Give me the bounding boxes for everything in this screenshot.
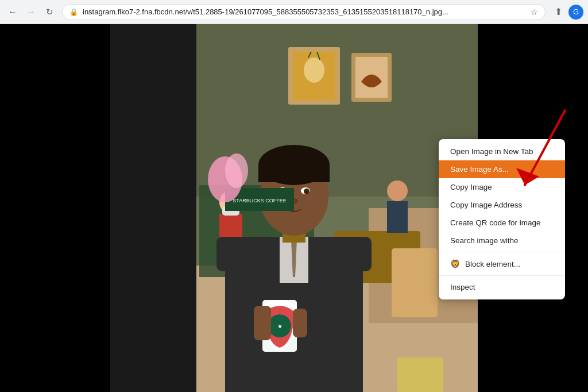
save-image-as-label: Save Image As... xyxy=(450,165,509,174)
context-menu-inspect[interactable]: Inspect xyxy=(439,278,565,296)
svg-rect-41 xyxy=(293,309,307,337)
address-bar[interactable]: 🔒 instagram.flko7-2.fna.fbcdn.net/v/t51.… xyxy=(62,4,546,20)
search-image-label: Search image withe xyxy=(450,236,519,245)
svg-rect-29 xyxy=(258,165,330,182)
star-icon[interactable]: ☆ xyxy=(531,7,538,17)
svg-point-6 xyxy=(304,57,324,83)
lock-icon: 🔒 xyxy=(69,8,78,16)
copy-image-address-label: Copy Image Address xyxy=(450,201,522,209)
svg-rect-42 xyxy=(397,358,443,392)
browser-chrome: ← → ↻ 🔒 instagram.flko7-2.fna.fbcdn.net/… xyxy=(0,0,588,24)
svg-rect-2 xyxy=(110,24,196,392)
context-menu-open-new-tab[interactable]: Open Image in New Tab xyxy=(439,143,565,160)
reload-button[interactable]: ↻ xyxy=(41,4,57,20)
forward-icon: → xyxy=(26,7,36,17)
profile-initial: G xyxy=(573,7,579,16)
create-qr-label: Create QR code for image xyxy=(450,218,541,227)
svg-point-33 xyxy=(304,189,310,194)
share-button[interactable]: ⬆ xyxy=(550,4,566,20)
context-menu-copy-image-address[interactable]: Copy Image Address xyxy=(439,196,565,214)
photo-scene: ★ STARBUCKS COFFEE xyxy=(110,24,478,392)
svg-point-20 xyxy=(387,180,408,201)
inspect-label: Inspect xyxy=(450,283,475,291)
brave-icon: 🦁 xyxy=(450,259,459,268)
toolbar-right: ⬆ G xyxy=(550,4,583,20)
context-menu: Open Image in New Tab Save Image As... C… xyxy=(439,139,565,299)
context-menu-divider xyxy=(439,252,565,252)
back-icon: ← xyxy=(8,7,17,17)
context-menu-search-image[interactable]: Search image withe xyxy=(439,232,565,249)
open-new-tab-label: Open Image in New Tab xyxy=(450,147,533,156)
svg-point-46 xyxy=(225,153,248,188)
svg-rect-40 xyxy=(254,306,271,340)
copy-image-label: Copy Image xyxy=(450,183,492,191)
forward-button[interactable]: → xyxy=(23,4,39,20)
svg-text:★: ★ xyxy=(277,323,283,329)
photo-container: ★ STARBUCKS COFFEE xyxy=(110,24,478,392)
context-menu-create-qr[interactable]: Create QR code for image xyxy=(439,214,565,232)
back-button[interactable]: ← xyxy=(5,4,21,20)
context-menu-save-image-as[interactable]: Save Image As... xyxy=(439,160,565,178)
context-menu-copy-image[interactable]: Copy Image xyxy=(439,178,565,196)
share-icon: ⬆ xyxy=(555,6,562,17)
block-element-label: Block element... xyxy=(465,260,520,268)
context-menu-block-element[interactable]: 🦁 Block element... xyxy=(439,255,565,273)
reload-icon: ↻ xyxy=(46,7,53,17)
svg-rect-21 xyxy=(387,201,408,233)
svg-text:STARBUCKS COFFEE: STARBUCKS COFFEE xyxy=(233,198,286,203)
svg-rect-16 xyxy=(392,248,438,317)
context-menu-divider-2 xyxy=(439,275,565,276)
nav-buttons: ← → ↻ xyxy=(5,4,57,20)
main-content: ★ STARBUCKS COFFEE Open Image in New Tab… xyxy=(0,24,588,392)
profile-avatar[interactable]: G xyxy=(568,5,583,20)
url-text: instagram.flko7-2.fna.fbcdn.net/v/t51.28… xyxy=(83,7,526,16)
